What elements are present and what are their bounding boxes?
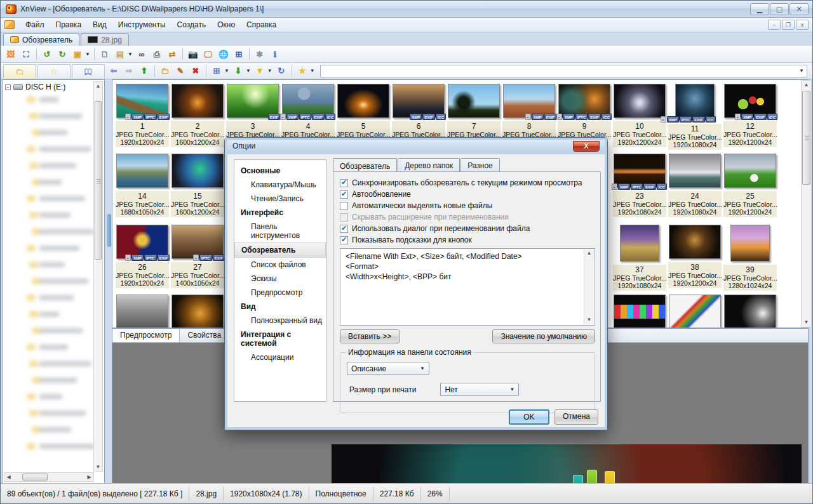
scroll-left-icon[interactable]: ◀ — [4, 473, 13, 481]
child-close-button[interactable]: x — [796, 20, 809, 30]
child-minimize-button[interactable]: – — [768, 20, 781, 30]
thumbnail-item-39[interactable]: 39JPEG TrueColor...1280x1024x24 — [723, 225, 777, 291]
thumbnail-image[interactable] — [337, 84, 389, 118]
thumbnail-item-27[interactable]: ▪IPTCEXIF27JPEG TrueColor...1400x1050x24 — [170, 225, 225, 288]
up-icon[interactable]: ⬆ — [137, 65, 151, 77]
child-restore-button[interactable]: ❐ — [782, 20, 795, 30]
thumbnail-image[interactable] — [171, 295, 224, 328]
panel-splitter[interactable] — [106, 79, 112, 484]
back-icon[interactable]: ⬅ — [107, 65, 121, 77]
maximize-button[interactable]: ▢ — [770, 3, 789, 15]
thumbnail-image[interactable]: ▪XMPIPTCEXIFICC — [558, 84, 610, 118]
view-mode-icon[interactable]: ⊞ — [210, 65, 224, 77]
thumbnail-image[interactable]: ▪XMPIPTCEXIFICC — [282, 84, 334, 118]
fullscreen-icon[interactable]: ⛶ — [19, 48, 33, 60]
sort-icon-dropdown[interactable]: ▼ — [246, 68, 251, 74]
sort-icon[interactable]: ⬇ — [231, 65, 245, 77]
thumbnail-image[interactable] — [730, 225, 770, 262]
batch-icon[interactable]: ⊞ — [232, 48, 246, 60]
thumbnail-image[interactable] — [171, 84, 224, 118]
thumbnail-item[interactable] — [723, 295, 777, 328]
thumbnail-image[interactable]: EXIF — [227, 84, 279, 118]
web-icon[interactable]: 🌐 — [217, 48, 231, 60]
thumbnail-item-4[interactable]: ▪XMPIPTCEXIFICC4JPEG TrueColor... — [281, 84, 335, 140]
info-icon[interactable]: ℹ — [268, 48, 282, 60]
splitter-handle[interactable] — [107, 214, 111, 247]
thumbnail-item-23[interactable]: ▪XMPIPTCEXIFICC23JPEG TrueColor...1920x1… — [612, 154, 667, 217]
checkbox-icon[interactable] — [340, 225, 348, 233]
thumbnail-item[interactable] — [612, 295, 667, 328]
properties-icon[interactable]: 🗋 — [98, 48, 112, 60]
thumbnail-item-24[interactable]: 24JPEG TrueColor...1920x1080x24 — [668, 154, 722, 217]
tree-root-item[interactable]: − DISC H (E:) — [3, 80, 104, 93]
thumbnail-item[interactable] — [170, 295, 225, 328]
minimize-button[interactable]: ▁ — [750, 3, 769, 15]
thumbnail-image[interactable] — [620, 225, 659, 262]
bottom-tab-1[interactable]: Свойства — [180, 329, 229, 342]
thumbnail-item-14[interactable]: 14JPEG TrueColor...1680x1050x24 — [115, 154, 170, 217]
thumbnail-item-7[interactable]: 7JPEG TrueColor... — [447, 84, 501, 140]
thumbnail-image[interactable] — [669, 225, 721, 259]
options-category-5[interactable]: Обозреватель — [234, 242, 326, 258]
status-template-textarea[interactable]: <Filename With Ext>, <Size> байт, <Modif… — [340, 248, 595, 326]
thumbnail-item-12[interactable]: ▪XMPEXIFICC12JPEG TrueColor...1920x1200x… — [723, 84, 777, 147]
thumbnail-item-3[interactable]: EXIF3JPEG TrueColor... — [225, 84, 280, 140]
menu-item-0[interactable]: Файл — [20, 18, 50, 31]
menu-item-4[interactable]: Создать — [171, 18, 212, 31]
capture-icon[interactable]: 📷 — [186, 48, 200, 60]
ok-button[interactable]: OK — [509, 409, 549, 425]
print-icon[interactable]: ⎙ — [150, 48, 164, 60]
thumbs-scroll-thumb[interactable] — [802, 91, 810, 185]
thumbnail-item-8[interactable]: ▪XMPEXIF8JPEG TrueColor... — [502, 84, 556, 140]
options-category-10[interactable]: Полноэкранный вид — [234, 314, 326, 328]
folders-tab-icon[interactable]: 🗀 — [3, 64, 36, 78]
scroll-down-icon[interactable]: ▼ — [94, 463, 102, 471]
thumbnail-image[interactable]: ▪XMPIPTCEXIF — [116, 84, 168, 118]
thumbnail-image[interactable] — [724, 154, 776, 188]
menu-item-2[interactable]: Вид — [87, 18, 112, 31]
checkbox-icon[interactable] — [340, 202, 348, 210]
thumbnail-image[interactable]: ▪XMPEXIF — [503, 84, 555, 118]
options-category-3[interactable]: Интерфейс — [234, 206, 326, 220]
forward-icon[interactable]: ➡ — [122, 65, 136, 77]
checkbox-icon[interactable] — [340, 190, 348, 199]
print-size-dropdown-icon[interactable]: ▼ — [510, 387, 515, 392]
bottom-tab-0[interactable]: Предпросмотр — [112, 329, 180, 342]
thumbnail-image[interactable]: XMPEXIFICC — [393, 84, 445, 118]
convert-icon[interactable]: ⇄ — [165, 48, 179, 60]
options-category-7[interactable]: Эскизы — [234, 272, 326, 286]
view-mode-icon-dropdown[interactable]: ▼ — [224, 68, 229, 74]
thumbs-scroll-up-icon[interactable]: ▲ — [802, 81, 811, 90]
close-button[interactable]: ✕ — [789, 3, 809, 15]
thumbnail-item-5[interactable]: 5JPEG TrueColor... — [336, 84, 391, 140]
description-dropdown-icon[interactable]: ▼ — [420, 366, 425, 371]
thumbnail-item-25[interactable]: 25JPEG TrueColor...1920x1200x24 — [723, 154, 777, 217]
thumbnail-image[interactable]: ▪XMPIPTCEXIFICC — [675, 84, 715, 121]
refresh-icon[interactable]: ↻ — [274, 65, 288, 77]
options-category-2[interactable]: Чтение/Запись — [234, 192, 326, 206]
thumbnail-image[interactable]: ▪XMPIPTCEXIF — [116, 225, 168, 259]
open-with-icon-dropdown[interactable]: ▼ — [128, 51, 133, 57]
options-category-8[interactable]: Предпросмотр — [234, 286, 326, 300]
rename-icon[interactable]: ✎ — [173, 65, 187, 77]
options-category-6[interactable]: Список файлов — [234, 258, 326, 272]
settings-gear-icon[interactable]: ✱ — [253, 48, 267, 60]
options-category-1[interactable]: Клавиатура/Мышь — [234, 178, 326, 192]
default-value-button[interactable]: Значение по умолчанию — [492, 329, 595, 343]
thumbnail-image[interactable]: ▪IPTCEXIF — [171, 225, 224, 259]
open-with-icon[interactable]: ▤ — [113, 48, 127, 60]
scroll-right-icon[interactable]: ▶ — [85, 473, 93, 481]
search-icon[interactable]: ∞ — [135, 48, 149, 60]
favorites-tab-icon[interactable]: ☆ — [37, 64, 71, 78]
options-category-9[interactable]: Вид — [234, 300, 326, 314]
thumbnail-image[interactable] — [669, 295, 721, 328]
thumbnail-image[interactable]: ▪XMPEXIFICC — [724, 84, 776, 118]
thumbnail-image[interactable] — [116, 295, 168, 328]
thumbnail-image[interactable] — [724, 295, 776, 328]
textarea-scroll-up-icon[interactable]: ▲ — [584, 250, 594, 257]
browse-icon[interactable]: 🖼 — [4, 48, 18, 60]
menu-item-1[interactable]: Правка — [50, 18, 88, 31]
thumbnail-item-1[interactable]: ▪XMPIPTCEXIF1JPEG TrueColor...1920x1200x… — [115, 84, 170, 147]
checkbox-icon[interactable] — [340, 179, 348, 187]
thumbnail-item[interactable] — [115, 295, 170, 328]
